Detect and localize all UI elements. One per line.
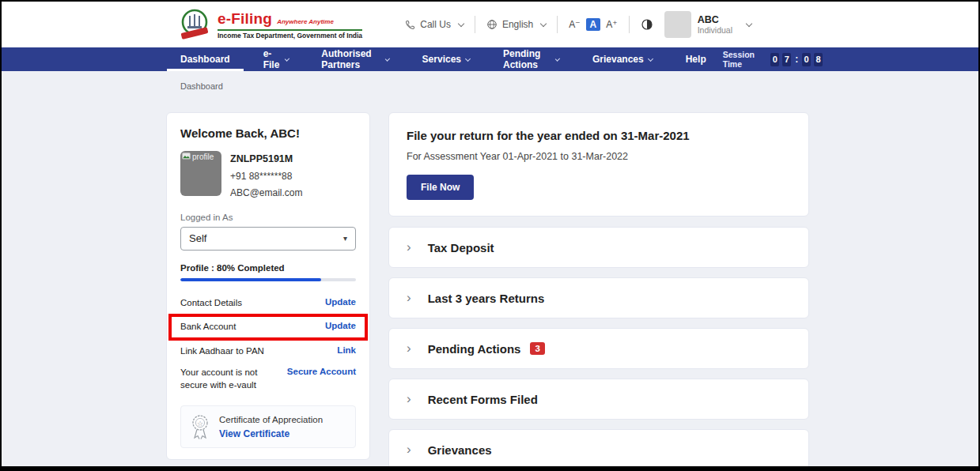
language-menu[interactable]: English [486, 19, 546, 30]
file-now-button[interactable]: File Now [407, 175, 474, 200]
divider [629, 16, 630, 33]
update-contact-link[interactable]: Update [325, 297, 356, 307]
accordion-tax-deposit[interactable]: › Tax Deposit [388, 227, 809, 268]
nav-item-efile[interactable]: e-File [247, 47, 305, 71]
session-digit: 8 [814, 53, 823, 66]
chevron-down-icon [540, 20, 547, 26]
chevron-down-icon [385, 56, 390, 61]
assessment-year-subtitle: For Assessment Year 01-Apr-2021 to 31-Ma… [407, 151, 791, 162]
logged-in-as-label: Logged in As [180, 213, 356, 222]
session-time-label: Session Time [723, 50, 765, 69]
language-label: English [502, 19, 533, 30]
welcome-heading: Welcome Back, ABC! [180, 126, 356, 140]
profile-image-broken: profile [180, 151, 221, 196]
avatar [664, 11, 691, 38]
accordion-last-3-years-returns[interactable]: › Last 3 years Returns [388, 277, 809, 318]
chevron-right-icon: › [407, 443, 411, 456]
top-header: e-Filing Anywhere Anytime Income Tax Dep… [2, 2, 978, 47]
accordion-pending-actions[interactable]: › Pending Actions 3 [388, 328, 809, 369]
contrast-toggle-icon[interactable] [641, 18, 653, 31]
nav-item-grievances[interactable]: Grievances [576, 47, 669, 71]
nav-item-authorised-partners[interactable]: Authorised Partners [305, 47, 405, 71]
user-name: ABC [698, 14, 732, 25]
brand-name: e-Filing [218, 10, 272, 28]
header-utilities: Call Us English A⁻ A A⁺ [405, 11, 751, 38]
chevron-right-icon: › [407, 392, 411, 405]
file-return-title: File your return for the year ended on 3… [407, 129, 791, 142]
font-increase-button[interactable]: A⁺ [606, 19, 617, 30]
income-tax-emblem-icon [178, 7, 211, 42]
chevron-down-icon [746, 20, 752, 26]
chevron-down-icon [555, 56, 560, 61]
secure-account-link[interactable]: Secure Account [287, 367, 356, 376]
font-decrease-button[interactable]: A⁻ [569, 19, 580, 30]
masked-phone: +91 88******88 [230, 168, 303, 185]
efiling-logo: e-Filing Anywhere Anytime Income Tax Dep… [178, 7, 362, 42]
phone-icon [405, 20, 415, 30]
session-digit: 7 [782, 53, 791, 66]
main-navbar: Dashboard e-File Authorised Partners Ser… [2, 47, 978, 71]
profile-row-contact-details: Contact Details Update [180, 292, 356, 315]
brand-tagline: Anywhere Anytime [277, 18, 334, 25]
email: ABC@email.com [230, 185, 303, 202]
app-window: e-Filing Anywhere Anytime Income Tax Dep… [0, 0, 980, 471]
profile-card: Welcome Back, ABC! profile ZNLPP5191M +9… [166, 112, 370, 460]
dashboard-content: Welcome Back, ABC! profile ZNLPP5191M +9… [166, 112, 978, 471]
logged-in-as-select[interactable]: Self ▾ [180, 227, 356, 251]
chevron-down-icon [465, 55, 471, 61]
view-certificate-link[interactable]: View Certificate [219, 428, 323, 439]
divider [557, 16, 558, 33]
profile-column: Welcome Back, ABC! profile ZNLPP5191M +9… [166, 112, 370, 471]
font-size-controls: A⁻ A A⁺ [569, 18, 617, 31]
chevron-down-icon [284, 56, 289, 61]
certificate-box: ☆ Certificate of Appreciation View Certi… [180, 405, 356, 448]
profile-progress-fill [180, 278, 321, 281]
main-column: File your return for the year ended on 3… [388, 112, 809, 471]
nav-item-help[interactable]: Help [669, 47, 723, 71]
rosette-medal-icon: ☆ [189, 413, 211, 440]
pan-number: ZNLPP5191M [230, 151, 303, 168]
call-us-menu[interactable]: Call Us [405, 19, 464, 30]
divider [475, 16, 475, 33]
broken-image-icon [182, 153, 191, 160]
font-normal-button[interactable]: A [586, 18, 601, 31]
profile-row-bank-account-highlighted: Bank Account Update [168, 314, 368, 341]
session-separator: : [795, 54, 798, 65]
breadcrumb: Dashboard [2, 71, 978, 91]
globe-icon [486, 19, 498, 30]
file-return-card: File your return for the year ended on 3… [388, 112, 809, 217]
user-type: Individual [698, 25, 732, 35]
accordion-grievances[interactable]: › Grievances [388, 429, 809, 470]
brand-subtitle: Income Tax Department, Government of Ind… [218, 29, 362, 40]
certificate-title: Certificate of Appreciation [219, 415, 323, 424]
link-aadhaar-link[interactable]: Link [337, 345, 356, 355]
profile-progress-bar [180, 278, 356, 281]
update-bank-link[interactable]: Update [325, 321, 356, 330]
user-menu[interactable]: ABC Individual [664, 11, 751, 38]
profile-row-link-aadhaar: Link Aadhaar to PAN Link [180, 341, 356, 363]
nav-item-dashboard[interactable]: Dashboard [164, 47, 247, 71]
profile-progress-label: Profile : 80% Completed [180, 263, 356, 273]
call-us-label: Call Us [420, 19, 451, 30]
accordion-recent-forms-filed[interactable]: › Recent Forms Filed [388, 379, 809, 420]
chevron-right-icon: › [407, 240, 411, 254]
chevron-down-icon [648, 55, 653, 61]
nav-item-services[interactable]: Services [406, 47, 486, 71]
profile-row-evault: Your account is not secure with e-vault … [180, 362, 356, 396]
session-digit: 0 [802, 53, 811, 66]
pending-actions-count-badge: 3 [530, 342, 544, 355]
chevron-right-icon: › [407, 291, 411, 304]
nav-item-pending-actions[interactable]: Pending Actions [486, 47, 576, 71]
svg-text:☆: ☆ [197, 420, 203, 428]
session-digit: 0 [770, 53, 779, 66]
chevron-down-icon [458, 20, 464, 26]
profile-image-alt-text: profile [192, 153, 214, 161]
session-timer: Session Time 0 7 : 0 8 [723, 47, 823, 71]
dropdown-caret-icon: ▾ [343, 234, 347, 243]
chevron-right-icon: › [407, 341, 411, 355]
